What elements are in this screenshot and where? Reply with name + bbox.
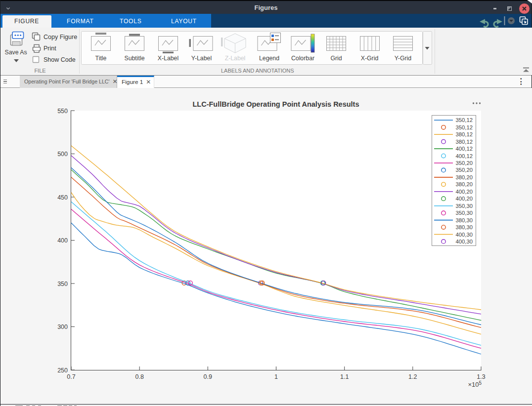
- svg-text:1.1: 1.1: [340, 373, 349, 380]
- svg-text:450: 450: [57, 194, 68, 201]
- svg-text:Show Code: Show Code: [44, 56, 76, 63]
- svg-text:400,12: 400,12: [456, 146, 473, 152]
- svg-text:LABELS AND ANNOTATIONS: LABELS AND ANNOTATIONS: [221, 68, 294, 74]
- svg-text:Legend: Legend: [259, 55, 279, 62]
- svg-text:X-Grid: X-Grid: [361, 55, 379, 62]
- svg-text:300: 300: [57, 324, 68, 330]
- svg-text:380,12: 380,12: [456, 139, 473, 145]
- svg-text:380,30: 380,30: [456, 217, 473, 223]
- svg-text:Y-Grid: Y-Grid: [395, 55, 412, 62]
- svg-text:350,30: 350,30: [456, 203, 473, 209]
- svg-text:350,20: 350,20: [456, 160, 473, 166]
- svg-text:350,30: 350,30: [456, 210, 473, 216]
- svg-text:0.9: 0.9: [204, 373, 212, 380]
- svg-text:550: 550: [57, 108, 68, 115]
- svg-text:0.8: 0.8: [135, 373, 144, 380]
- svg-text:350,12: 350,12: [456, 124, 473, 130]
- svg-text:400,12: 400,12: [456, 153, 473, 159]
- svg-text:Colorbar: Colorbar: [291, 55, 314, 62]
- svg-text:380,30: 380,30: [456, 224, 473, 230]
- svg-text:400,20: 400,20: [456, 196, 473, 202]
- svg-text:Z-Label: Z-Label: [225, 55, 246, 62]
- svg-text:FILE: FILE: [34, 68, 45, 74]
- svg-text:Grid: Grid: [330, 55, 342, 62]
- svg-text:1.2: 1.2: [408, 373, 417, 380]
- svg-text:1: 1: [274, 373, 278, 380]
- svg-text:400,20: 400,20: [456, 189, 473, 195]
- svg-text:Title: Title: [95, 55, 107, 62]
- svg-text:400,30: 400,30: [456, 232, 473, 238]
- svg-text:1.3: 1.3: [477, 373, 485, 380]
- svg-text:380,20: 380,20: [456, 181, 473, 187]
- svg-text:380,20: 380,20: [456, 174, 473, 180]
- svg-text:Copy Figure: Copy Figure: [44, 34, 77, 41]
- svg-text:Save As: Save As: [4, 49, 27, 56]
- svg-text:Print: Print: [44, 45, 56, 52]
- svg-text:350: 350: [57, 281, 68, 287]
- svg-text:500: 500: [57, 151, 68, 158]
- svg-text:LLC-FullBridge Operating Point: LLC-FullBridge Operating Point Analysis …: [192, 100, 359, 108]
- svg-text:380,12: 380,12: [456, 131, 473, 137]
- svg-text:X-Label: X-Label: [158, 55, 178, 62]
- svg-text:350,20: 350,20: [456, 167, 473, 173]
- svg-text:250: 250: [57, 367, 68, 374]
- svg-text:400,30: 400,30: [456, 239, 473, 244]
- svg-text:350,12: 350,12: [456, 117, 473, 123]
- svg-text:400: 400: [57, 237, 68, 244]
- svg-text:Y-Label: Y-Label: [191, 55, 212, 62]
- svg-text:Subtitle: Subtitle: [124, 55, 144, 62]
- svg-text:0.7: 0.7: [67, 373, 75, 380]
